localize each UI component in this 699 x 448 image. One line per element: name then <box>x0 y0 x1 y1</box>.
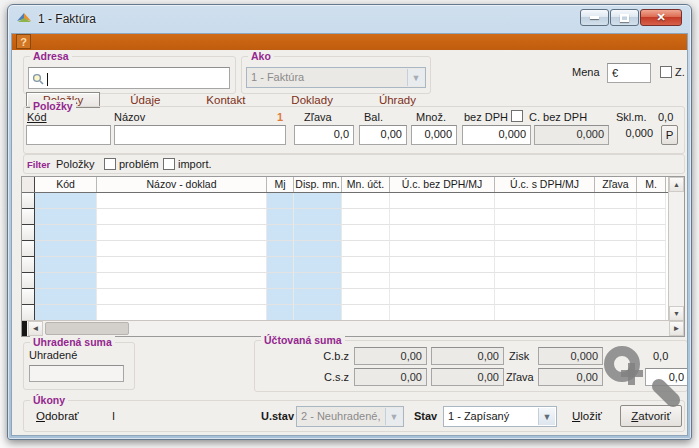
table-cell[interactable] <box>495 257 595 273</box>
table-header-cell[interactable]: Zľava <box>595 177 637 192</box>
row-selector[interactable] <box>22 193 35 209</box>
table-cell[interactable] <box>637 241 666 257</box>
table-header-cell[interactable]: Názov - doklad <box>97 177 267 192</box>
row-selector[interactable] <box>22 273 35 289</box>
row-selector[interactable] <box>22 305 35 321</box>
table-cell[interactable] <box>390 273 495 289</box>
table-cell[interactable] <box>495 273 595 289</box>
table-row[interactable] <box>22 273 684 289</box>
uhradene-input[interactable] <box>29 365 124 382</box>
table-cell[interactable] <box>342 257 390 273</box>
tab-kontakt[interactable]: Kontakt <box>206 94 245 106</box>
table-cell[interactable] <box>342 209 390 225</box>
close-button[interactable]: ✕ <box>640 9 682 26</box>
row-selector[interactable] <box>22 289 35 305</box>
table-cell[interactable] <box>35 209 97 225</box>
table-cell[interactable] <box>342 193 390 209</box>
table-cell[interactable] <box>390 305 495 321</box>
scroll-left-icon[interactable]: ◄ <box>28 321 43 336</box>
table-cell[interactable] <box>637 209 666 225</box>
zatvorit-button[interactable]: Zatvoriť <box>620 405 682 427</box>
ulozit-button[interactable]: Uložiť <box>572 410 602 422</box>
table-cell[interactable] <box>390 209 495 225</box>
table-cell[interactable] <box>267 225 294 241</box>
table-cell[interactable] <box>495 225 595 241</box>
table-cell[interactable] <box>595 257 637 273</box>
table-cell[interactable] <box>267 289 294 305</box>
table-cell[interactable] <box>97 241 267 257</box>
table-cell[interactable] <box>495 305 595 321</box>
table-cell[interactable] <box>637 225 666 241</box>
table-header-cell[interactable]: Mj <box>267 177 294 192</box>
table-cell[interactable] <box>595 225 637 241</box>
table-header-cell[interactable]: Disp. mn. <box>294 177 342 192</box>
z-checkbox[interactable] <box>660 66 672 78</box>
table-cell[interactable] <box>35 305 97 321</box>
table-cell[interactable] <box>342 241 390 257</box>
table-cell[interactable] <box>294 305 342 321</box>
table-cell[interactable] <box>390 257 495 273</box>
table-cell[interactable] <box>637 193 666 209</box>
scroll-down-icon[interactable]: ▼ <box>669 306 684 321</box>
table-cell[interactable] <box>637 257 666 273</box>
scroll-right-icon[interactable]: ► <box>669 321 684 336</box>
table-cell[interactable] <box>595 273 637 289</box>
table-cell[interactable] <box>294 257 342 273</box>
tab-doklady[interactable]: Doklady <box>291 94 333 106</box>
table-cell[interactable] <box>294 273 342 289</box>
zlava-input[interactable]: 0,0 <box>294 125 354 145</box>
table-cell[interactable] <box>595 305 637 321</box>
table-cell[interactable] <box>35 225 97 241</box>
table-cell[interactable] <box>35 193 97 209</box>
table-row[interactable] <box>22 257 684 273</box>
table-cell[interactable] <box>342 289 390 305</box>
scroll-up-icon[interactable]: ▲ <box>669 177 684 192</box>
table-cell[interactable] <box>97 257 267 273</box>
bezdph-checkbox[interactable] <box>511 110 523 122</box>
table-cell[interactable] <box>342 305 390 321</box>
import-checkbox[interactable] <box>163 158 175 170</box>
mena-input[interactable]: € <box>607 63 651 83</box>
row-selector[interactable] <box>22 241 35 257</box>
table-cell[interactable] <box>390 193 495 209</box>
table-cell[interactable] <box>267 241 294 257</box>
table-cell[interactable] <box>97 225 267 241</box>
table-header-cell[interactable]: Kód <box>35 177 97 192</box>
table-cell[interactable] <box>294 193 342 209</box>
row-selector[interactable] <box>22 209 35 225</box>
table-cell[interactable] <box>294 225 342 241</box>
ustav-dropdown[interactable]: 2 - Neuhradené, be: ▼ <box>296 406 404 427</box>
horizontal-scrollbar[interactable]: ◄ ► <box>22 320 684 336</box>
table-header-cell[interactable]: M. <box>637 177 666 192</box>
table-row[interactable] <box>22 289 684 305</box>
table-cell[interactable] <box>595 289 637 305</box>
table-row[interactable] <box>22 193 684 209</box>
bal-input[interactable]: 0,00 <box>359 125 407 145</box>
table-cell[interactable] <box>495 193 595 209</box>
table-cell[interactable] <box>97 273 267 289</box>
table-cell[interactable] <box>267 257 294 273</box>
table-cell[interactable] <box>267 193 294 209</box>
table-cell[interactable] <box>390 241 495 257</box>
stav-dropdown[interactable]: 1 - Zapísaný ▼ <box>443 406 557 427</box>
ako-dropdown[interactable]: 1 - Faktúra ▼ <box>246 67 426 88</box>
tab-úhrady[interactable]: Úhrady <box>379 94 416 106</box>
table-cell[interactable] <box>97 193 267 209</box>
table-cell[interactable] <box>495 209 595 225</box>
table-cell[interactable] <box>342 273 390 289</box>
p-button[interactable]: P <box>661 125 678 145</box>
table-cell[interactable] <box>35 273 97 289</box>
table-header-cell[interactable]: Mn. účt. <box>342 177 390 192</box>
table-cell[interactable] <box>637 273 666 289</box>
row-selector[interactable] <box>22 225 35 241</box>
table-header-cell[interactable]: Ú.c. bez DPH/MJ <box>390 177 495 192</box>
help-button[interactable]: ? <box>16 34 31 49</box>
table-cell[interactable] <box>267 305 294 321</box>
vertical-scrollbar[interactable]: ▲ ▼ <box>668 177 684 321</box>
table-cell[interactable] <box>390 225 495 241</box>
titlebar[interactable]: 1 - Faktúra ✕ <box>8 5 691 33</box>
hscroll-thumb[interactable] <box>45 322 129 335</box>
table-cell[interactable] <box>267 209 294 225</box>
table-cell[interactable] <box>495 241 595 257</box>
table-cell[interactable] <box>35 241 97 257</box>
